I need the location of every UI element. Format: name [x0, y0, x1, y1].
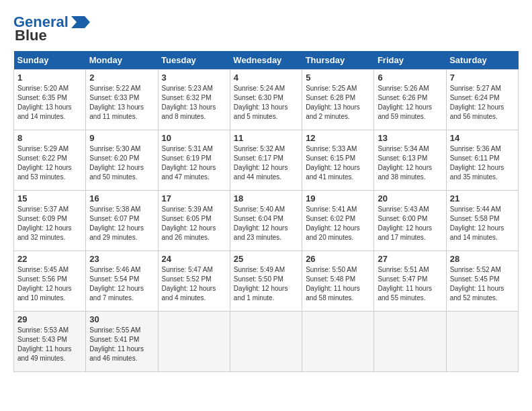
- day-info: Sunrise: 5:27 AM Sunset: 6:24 PM Dayligh…: [450, 84, 515, 122]
- calendar-cell: 25Sunrise: 5:49 AM Sunset: 5:50 PM Dayli…: [230, 251, 302, 312]
- day-info: Sunrise: 5:55 AM Sunset: 5:41 PM Dayligh…: [89, 326, 154, 363]
- week-row-3: 15Sunrise: 5:37 AM Sunset: 6:09 PM Dayli…: [14, 191, 519, 251]
- day-info: Sunrise: 5:25 AM Sunset: 6:28 PM Dayligh…: [306, 84, 370, 122]
- calendar-header-row: SundayMondayTuesdayWednesdayThursdayFrid…: [14, 51, 519, 70]
- day-info: Sunrise: 5:26 AM Sunset: 6:26 PM Dayligh…: [378, 84, 442, 122]
- day-number: 20: [378, 193, 442, 203]
- day-info: Sunrise: 5:29 AM Sunset: 6:22 PM Dayligh…: [17, 144, 82, 182]
- day-number: 21: [450, 193, 515, 203]
- logo-blue-text: Blue: [15, 27, 47, 44]
- logo-arrow-icon: [71, 16, 90, 28]
- calendar-cell: 2Sunrise: 5:22 AM Sunset: 6:33 PM Daylig…: [86, 70, 158, 130]
- day-number: 22: [17, 254, 82, 264]
- day-info: Sunrise: 5:20 AM Sunset: 6:35 PM Dayligh…: [17, 84, 82, 122]
- day-number: 9: [89, 133, 154, 143]
- calendar-cell: 30Sunrise: 5:55 AM Sunset: 5:41 PM Dayli…: [86, 312, 158, 372]
- day-info: Sunrise: 5:22 AM Sunset: 6:33 PM Dayligh…: [89, 84, 154, 122]
- calendar-cell: 19Sunrise: 5:41 AM Sunset: 6:02 PM Dayli…: [302, 191, 374, 251]
- week-row-1: 1Sunrise: 5:20 AM Sunset: 6:35 PM Daylig…: [14, 70, 519, 130]
- calendar-cell: [302, 312, 374, 372]
- day-header-wednesday: Wednesday: [230, 51, 302, 70]
- calendar-cell: 23Sunrise: 5:46 AM Sunset: 5:54 PM Dayli…: [86, 251, 158, 312]
- day-info: Sunrise: 5:32 AM Sunset: 6:17 PM Dayligh…: [234, 144, 298, 182]
- day-number: 27: [378, 254, 442, 264]
- day-number: 26: [306, 254, 370, 264]
- day-number: 25: [234, 254, 298, 264]
- day-number: 5: [306, 73, 370, 83]
- day-number: 15: [17, 193, 82, 203]
- day-number: 10: [162, 133, 226, 143]
- day-info: Sunrise: 5:24 AM Sunset: 6:30 PM Dayligh…: [234, 84, 298, 122]
- day-number: 8: [17, 133, 82, 143]
- day-number: 1: [17, 73, 82, 83]
- calendar-cell: 8Sunrise: 5:29 AM Sunset: 6:22 PM Daylig…: [14, 130, 86, 191]
- day-number: 11: [234, 133, 298, 143]
- calendar-cell: 24Sunrise: 5:47 AM Sunset: 5:52 PM Dayli…: [158, 251, 230, 312]
- day-number: 14: [450, 133, 515, 143]
- day-info: Sunrise: 5:51 AM Sunset: 5:47 PM Dayligh…: [378, 265, 442, 303]
- day-header-sunday: Sunday: [14, 51, 86, 70]
- week-row-5: 29Sunrise: 5:53 AM Sunset: 5:43 PM Dayli…: [14, 312, 519, 372]
- calendar-cell: 26Sunrise: 5:50 AM Sunset: 5:48 PM Dayli…: [302, 251, 374, 312]
- day-number: 19: [306, 193, 370, 203]
- calendar-cell: 11Sunrise: 5:32 AM Sunset: 6:17 PM Dayli…: [230, 130, 302, 191]
- day-header-friday: Friday: [374, 51, 446, 70]
- calendar-table: SundayMondayTuesdayWednesdayThursdayFrid…: [13, 51, 519, 372]
- calendar-cell: 9Sunrise: 5:30 AM Sunset: 6:20 PM Daylig…: [86, 130, 158, 191]
- day-info: Sunrise: 5:41 AM Sunset: 6:02 PM Dayligh…: [306, 205, 370, 242]
- day-number: 13: [378, 133, 442, 143]
- calendar-cell: 4Sunrise: 5:24 AM Sunset: 6:30 PM Daylig…: [230, 70, 302, 130]
- calendar-cell: 14Sunrise: 5:36 AM Sunset: 6:11 PM Dayli…: [446, 130, 518, 191]
- day-info: Sunrise: 5:39 AM Sunset: 6:05 PM Dayligh…: [162, 205, 226, 242]
- day-info: Sunrise: 5:37 AM Sunset: 6:09 PM Dayligh…: [17, 205, 82, 242]
- day-number: 16: [89, 193, 154, 203]
- calendar-cell: 17Sunrise: 5:39 AM Sunset: 6:05 PM Dayli…: [158, 191, 230, 251]
- week-row-4: 22Sunrise: 5:45 AM Sunset: 5:56 PM Dayli…: [14, 251, 519, 312]
- calendar-cell: 5Sunrise: 5:25 AM Sunset: 6:28 PM Daylig…: [302, 70, 374, 130]
- calendar-cell: 27Sunrise: 5:51 AM Sunset: 5:47 PM Dayli…: [374, 251, 446, 312]
- day-number: 24: [162, 254, 226, 264]
- day-info: Sunrise: 5:46 AM Sunset: 5:54 PM Dayligh…: [89, 265, 154, 303]
- day-number: 18: [234, 193, 298, 203]
- day-number: 17: [162, 193, 226, 203]
- week-row-2: 8Sunrise: 5:29 AM Sunset: 6:22 PM Daylig…: [14, 130, 519, 191]
- calendar-cell: 29Sunrise: 5:53 AM Sunset: 5:43 PM Dayli…: [14, 312, 86, 372]
- day-number: 3: [162, 73, 226, 83]
- calendar-cell: 16Sunrise: 5:38 AM Sunset: 6:07 PM Dayli…: [86, 191, 158, 251]
- calendar-cell: 3Sunrise: 5:23 AM Sunset: 6:32 PM Daylig…: [158, 70, 230, 130]
- calendar-cell: 21Sunrise: 5:44 AM Sunset: 5:58 PM Dayli…: [446, 191, 518, 251]
- day-number: 29: [17, 314, 82, 324]
- calendar-cell: [446, 312, 518, 372]
- day-info: Sunrise: 5:31 AM Sunset: 6:19 PM Dayligh…: [162, 144, 226, 182]
- day-info: Sunrise: 5:53 AM Sunset: 5:43 PM Dayligh…: [17, 326, 82, 363]
- day-info: Sunrise: 5:50 AM Sunset: 5:48 PM Dayligh…: [306, 265, 370, 303]
- calendar-cell: 15Sunrise: 5:37 AM Sunset: 6:09 PM Dayli…: [14, 191, 86, 251]
- calendar-cell: 10Sunrise: 5:31 AM Sunset: 6:19 PM Dayli…: [158, 130, 230, 191]
- day-header-saturday: Saturday: [446, 51, 518, 70]
- calendar-cell: 18Sunrise: 5:40 AM Sunset: 6:04 PM Dayli…: [230, 191, 302, 251]
- day-info: Sunrise: 5:23 AM Sunset: 6:32 PM Dayligh…: [162, 84, 226, 122]
- day-number: 4: [234, 73, 298, 83]
- day-number: 23: [89, 254, 154, 264]
- calendar-cell: 6Sunrise: 5:26 AM Sunset: 6:26 PM Daylig…: [374, 70, 446, 130]
- logo: General Blue: [13, 13, 90, 44]
- calendar-cell: 13Sunrise: 5:34 AM Sunset: 6:13 PM Dayli…: [374, 130, 446, 191]
- calendar-cell: [374, 312, 446, 372]
- day-number: 7: [450, 73, 515, 83]
- day-number: 6: [378, 73, 442, 83]
- day-info: Sunrise: 5:47 AM Sunset: 5:52 PM Dayligh…: [162, 265, 226, 303]
- calendar-cell: 28Sunrise: 5:52 AM Sunset: 5:45 PM Dayli…: [446, 251, 518, 312]
- day-info: Sunrise: 5:38 AM Sunset: 6:07 PM Dayligh…: [89, 205, 154, 242]
- day-info: Sunrise: 5:30 AM Sunset: 6:20 PM Dayligh…: [89, 144, 154, 182]
- day-header-thursday: Thursday: [302, 51, 374, 70]
- day-info: Sunrise: 5:52 AM Sunset: 5:45 PM Dayligh…: [450, 265, 515, 303]
- day-number: 12: [306, 133, 370, 143]
- calendar-cell: 1Sunrise: 5:20 AM Sunset: 6:35 PM Daylig…: [14, 70, 86, 130]
- calendar-cell: 12Sunrise: 5:33 AM Sunset: 6:15 PM Dayli…: [302, 130, 374, 191]
- day-info: Sunrise: 5:34 AM Sunset: 6:13 PM Dayligh…: [378, 144, 442, 182]
- day-info: Sunrise: 5:33 AM Sunset: 6:15 PM Dayligh…: [306, 144, 370, 182]
- day-number: 2: [89, 73, 154, 83]
- day-header-monday: Monday: [86, 51, 158, 70]
- calendar-cell: 22Sunrise: 5:45 AM Sunset: 5:56 PM Dayli…: [14, 251, 86, 312]
- day-header-tuesday: Tuesday: [158, 51, 230, 70]
